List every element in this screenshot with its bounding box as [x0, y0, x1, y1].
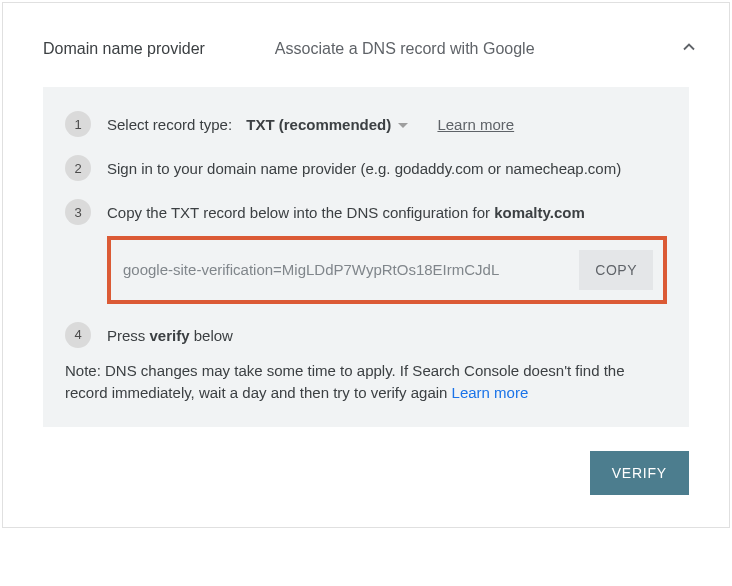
record-type-select[interactable]: TXT (recommended): [246, 114, 409, 136]
step-4-post: below: [190, 327, 233, 344]
step-1: 1 Select record type: TXT (recommended) …: [65, 111, 667, 137]
step-1-label: Select record type:: [107, 116, 232, 133]
chevron-up-icon[interactable]: [679, 37, 699, 61]
step-1-badge: 1: [65, 111, 91, 137]
step-3-pre: Copy the TXT record below into the DNS c…: [107, 204, 494, 221]
step-4-badge: 4: [65, 322, 91, 348]
dropdown-triangle-icon: [397, 114, 409, 136]
record-type-value: TXT (recommended): [246, 114, 391, 136]
panel-subtitle: Associate a DNS record with Google: [275, 40, 679, 58]
steps-container: 1 Select record type: TXT (recommended) …: [43, 87, 689, 427]
step-2: 2 Sign in to your domain name provider (…: [65, 155, 667, 181]
step-4-pre: Press: [107, 327, 150, 344]
step-3-domain: komalty.com: [494, 204, 585, 221]
copy-button[interactable]: COPY: [579, 250, 653, 290]
learn-more-link-note[interactable]: Learn more: [452, 384, 529, 401]
panel-header[interactable]: Domain name provider Associate a DNS rec…: [3, 3, 729, 87]
dns-note: Note: DNS changes may take some time to …: [65, 360, 667, 405]
txt-record-highlight-box: COPY: [107, 236, 667, 304]
step-4: 4 Press verify below: [65, 322, 667, 348]
step-4-bold: verify: [150, 327, 190, 344]
learn-more-link-recordtype[interactable]: Learn more: [437, 116, 514, 133]
step-3-badge: 3: [65, 199, 91, 225]
step-2-badge: 2: [65, 155, 91, 181]
txt-record-field[interactable]: [121, 255, 579, 284]
panel-title: Domain name provider: [43, 40, 205, 58]
step-2-text: Sign in to your domain name provider (e.…: [107, 155, 667, 180]
verify-button[interactable]: VERIFY: [590, 451, 689, 495]
dns-verification-panel: Domain name provider Associate a DNS rec…: [2, 2, 730, 528]
step-3: 3 Copy the TXT record below into the DNS…: [65, 199, 667, 304]
note-text: Note: DNS changes may take some time to …: [65, 362, 625, 402]
panel-footer: VERIFY: [3, 451, 729, 527]
